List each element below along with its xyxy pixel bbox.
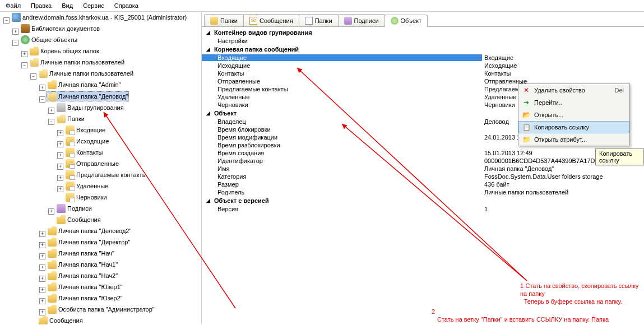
prop-row[interactable]: КатегорияFossDoc.System.Data.User folder… bbox=[202, 173, 644, 180]
tree-item[interactable]: Личная папка "Admin" bbox=[47, 80, 122, 89]
expander-icon[interactable]: + bbox=[39, 298, 45, 304]
prop-row[interactable]: ИмяЛичная папка "Деловод" bbox=[202, 165, 644, 173]
folder-icon bbox=[48, 249, 57, 258]
expander-icon[interactable]: − bbox=[30, 73, 36, 80]
folder-icon bbox=[48, 80, 57, 89]
sent-icon bbox=[66, 159, 75, 168]
prop-row[interactable]: Размер436 байт bbox=[202, 180, 644, 188]
prop-key: Время модификации bbox=[202, 134, 482, 141]
expander-icon[interactable]: + bbox=[39, 287, 45, 293]
expander-icon[interactable]: + bbox=[39, 309, 45, 315]
menu-view[interactable]: Вид bbox=[62, 2, 73, 9]
expander-icon[interactable]: + bbox=[57, 164, 63, 170]
ctx-open[interactable]: 📂Открыть... bbox=[518, 109, 629, 121]
tab-label: Папки bbox=[220, 17, 238, 24]
menu-tools[interactable]: Сервис bbox=[83, 2, 104, 9]
prop-row[interactable]: Настройки bbox=[202, 37, 644, 45]
prop-row-selected[interactable]: ВходящиеВходящие bbox=[202, 54, 644, 62]
tab-object[interactable]: Объект bbox=[384, 15, 428, 27]
anno-text: Стать на свойство, скопировать ссылку на… bbox=[520, 282, 638, 297]
tree-item[interactable]: Сообщения bbox=[38, 316, 84, 324]
tree-item[interactable]: Черновики bbox=[64, 193, 108, 202]
expander-icon[interactable]: − bbox=[39, 96, 45, 103]
tree-item[interactable]: Подписи bbox=[55, 204, 93, 213]
prop-row[interactable]: Идентификатор00000001B6CDD4D537A44399B7A… bbox=[202, 157, 644, 165]
tab-messages[interactable]: Сообщения bbox=[243, 14, 299, 26]
expander-icon[interactable]: + bbox=[39, 242, 45, 248]
expander-icon[interactable]: + bbox=[39, 231, 45, 237]
tree-item[interactable]: Личная папка "Нач1" bbox=[47, 260, 119, 269]
tree-item[interactable]: Исходящие bbox=[64, 137, 110, 146]
prop-row[interactable]: Время создания15.01.2013 12:49 bbox=[202, 149, 644, 157]
prop-value: FossDoc.System.Data.User folders storage bbox=[482, 173, 644, 180]
expander-icon[interactable]: + bbox=[39, 276, 45, 282]
tree-common[interactable]: Общие объекты bbox=[20, 35, 78, 44]
expander-icon[interactable]: + bbox=[21, 51, 27, 57]
tree-item[interactable]: Личная папка "Деловод2" bbox=[47, 226, 132, 235]
folder-icon bbox=[57, 215, 66, 224]
expander-icon[interactable]: − bbox=[12, 40, 18, 46]
tree-item[interactable]: Личная папка "Юзер1" bbox=[47, 282, 124, 291]
ctx-copy-link[interactable]: 📋Копировать ссылку bbox=[518, 121, 629, 133]
label: Сообщения bbox=[67, 215, 101, 224]
tree-folders-node[interactable]: Папки bbox=[55, 114, 86, 123]
tree-item[interactable]: Личные папки пользователей bbox=[38, 69, 135, 78]
tree-item[interactable]: Личная папка "Нач" bbox=[47, 249, 115, 258]
tree[interactable]: −andrew.domain.foss.kharkov.ua - KIS_250… bbox=[0, 13, 201, 324]
tree-item[interactable]: Сообщения bbox=[55, 215, 102, 224]
expander-icon[interactable]: + bbox=[39, 85, 45, 91]
hotkey: Del bbox=[614, 87, 624, 94]
tab-signs[interactable]: Подписи bbox=[338, 14, 385, 26]
group-header[interactable]: ◢Корневая папка сообщений bbox=[202, 45, 644, 54]
expander-icon[interactable]: + bbox=[48, 108, 54, 114]
expander-icon[interactable]: + bbox=[57, 130, 63, 136]
group-header[interactable]: ◢Объект с версией bbox=[202, 196, 644, 205]
tree-item[interactable]: Личная папка "Директор" bbox=[47, 238, 131, 247]
expander-icon[interactable]: + bbox=[39, 253, 45, 259]
prop-row[interactable]: РодительЛичные папки пользователей bbox=[202, 188, 644, 196]
expander-icon[interactable]: + bbox=[57, 186, 63, 192]
prop-row[interactable]: Версия1 bbox=[202, 205, 644, 213]
prop-value: 436 байт bbox=[482, 181, 644, 188]
tree-item[interactable]: Контакты bbox=[64, 148, 104, 157]
label: Библиотеки документов bbox=[31, 24, 100, 33]
group-header[interactable]: ◢Контейнер видов групирования bbox=[202, 28, 644, 37]
folder-open-icon bbox=[57, 114, 66, 123]
expander-icon[interactable]: − bbox=[48, 119, 54, 125]
tree-item[interactable]: Особиста папка "Администратор" bbox=[47, 305, 156, 314]
expander-icon[interactable]: − bbox=[3, 17, 10, 24]
prop-row[interactable]: ИсходящиеИсходящие bbox=[202, 62, 644, 69]
menu-file[interactable]: Файл bbox=[6, 2, 21, 9]
tree-item[interactable]: Удалённые bbox=[64, 182, 109, 191]
menu-help[interactable]: Справка bbox=[114, 2, 138, 9]
prop-row[interactable]: КонтактыКонтакты bbox=[202, 69, 644, 77]
tab-folders2[interactable]: Папки bbox=[299, 14, 339, 26]
ctx-open-attr[interactable]: 📁Открыть атрибут... bbox=[518, 133, 629, 146]
tree-item[interactable]: Личная папка "Нач2" bbox=[47, 271, 119, 280]
label: Входящие bbox=[76, 126, 105, 134]
tree-item[interactable]: Корень общих папок bbox=[29, 47, 100, 55]
tree-item[interactable]: Личная папка "Юзер2" bbox=[47, 294, 124, 303]
tree-item[interactable]: Предлагаемые контакты bbox=[64, 170, 148, 179]
expander-icon[interactable]: + bbox=[57, 141, 63, 147]
anno-text: Теперь в буфере ссылка на папку. bbox=[524, 298, 622, 305]
expander-icon[interactable]: − bbox=[21, 62, 27, 68]
tree-libs[interactable]: Библиотеки документов bbox=[20, 24, 101, 33]
expander-icon[interactable]: + bbox=[57, 175, 63, 181]
expander-icon[interactable]: + bbox=[39, 264, 45, 271]
menu-label: Копировать ссылку bbox=[534, 124, 589, 131]
prop-value: Исходящие bbox=[482, 62, 644, 69]
tree-item-selected[interactable]: Личная папка "Деловод" bbox=[47, 91, 129, 101]
tree-item[interactable]: Отправленные bbox=[64, 159, 120, 168]
ctx-goto[interactable]: ➔Перейти.. bbox=[518, 96, 629, 109]
ctx-delete[interactable]: ✕Удалить свойствоDel bbox=[518, 84, 629, 96]
tree-item[interactable]: Виды групирования bbox=[55, 103, 125, 112]
tree-user-folders[interactable]: Личные папки пользователей bbox=[29, 58, 126, 67]
menu-edit[interactable]: Правка bbox=[31, 2, 52, 9]
expander-icon[interactable]: + bbox=[12, 29, 18, 35]
expander-icon[interactable]: + bbox=[57, 152, 63, 159]
tab-folders[interactable]: Папки bbox=[204, 14, 244, 26]
tree-root[interactable]: andrew.domain.foss.kharkov.ua - KIS_2500… bbox=[11, 13, 188, 22]
expander-icon[interactable]: + bbox=[48, 208, 54, 215]
tree-item[interactable]: Входящие bbox=[64, 126, 106, 134]
